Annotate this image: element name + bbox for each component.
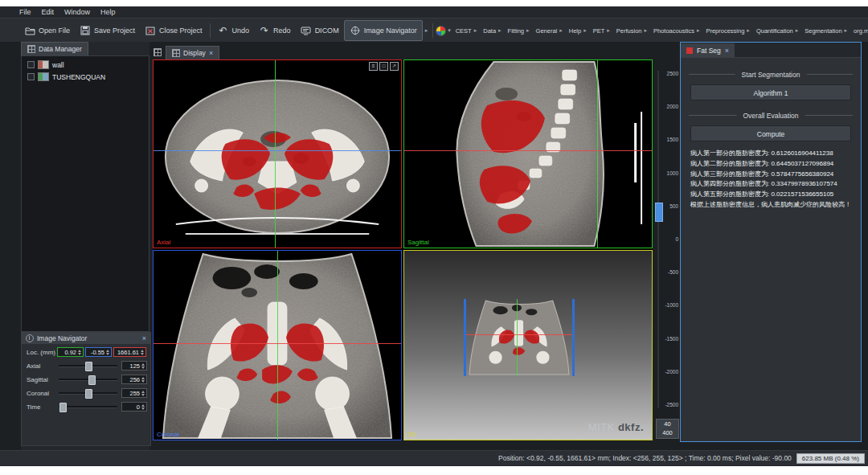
crosshair-sagittal-line[interactable]: [597, 60, 598, 248]
menu-window[interactable]: Window: [64, 8, 90, 16]
axial-slider-row: Axial 125: [27, 360, 147, 371]
view-menu-pet[interactable]: PET▸: [590, 27, 613, 35]
viewport-coronal[interactable]: Coronal: [153, 250, 402, 440]
loc-x-spinbox[interactable]: 0.92: [57, 347, 84, 357]
view-menu-fitting[interactable]: Fitting▸: [505, 27, 533, 35]
crosshair-coronal-line[interactable]: [154, 150, 401, 151]
image-navigator-button[interactable]: Image Navigator: [344, 20, 423, 41]
close-project-icon: [145, 25, 156, 36]
save-project-label: Save Project: [94, 27, 135, 35]
view-menu-example[interactable]: org.mitk.views.example...▸: [850, 27, 868, 35]
close-project-button[interactable]: Close Project: [140, 21, 207, 40]
coronal-slider[interactable]: [59, 388, 117, 398]
toolbar-overflow-icon[interactable]: ▸: [425, 27, 428, 34]
window-value[interactable]: 400: [657, 428, 678, 437]
level-value[interactable]: 40: [657, 420, 678, 428]
coronal-spinbox[interactable]: 255: [121, 388, 147, 398]
save-icon: [80, 25, 91, 36]
menu-help[interactable]: Help: [100, 8, 116, 16]
view-menu-quantification[interactable]: Quantification▸: [753, 27, 801, 35]
tab-fat-seg[interactable]: Fat Seg ×: [681, 43, 735, 57]
location-row: Loc. (mm) 0.92 -0.55 1661.61: [27, 346, 147, 358]
viewport-grid: ≡ □ ↗ Axial: [153, 59, 653, 440]
level-window-values[interactable]: 40 400: [656, 419, 679, 439]
tree-item-tushengquan[interactable]: TUSHENGQUAN: [22, 71, 149, 83]
viewport-axial[interactable]: ≡ □ ↗ Axial: [153, 59, 402, 248]
redo-button[interactable]: ↷ Redo: [254, 21, 296, 40]
close-icon[interactable]: ×: [209, 49, 213, 57]
display-editor: Display ×: [151, 42, 680, 442]
spin-arrows[interactable]: [78, 350, 81, 355]
visibility-checkbox[interactable]: [27, 73, 35, 80]
axial-spinbox[interactable]: 125: [121, 361, 147, 371]
viewport-fullscreen-icon[interactable]: ↗: [390, 62, 399, 71]
crosshair-sagittal-line[interactable]: [275, 60, 276, 248]
viewport-corner-buttons: ≡ □ ↗: [369, 62, 399, 71]
level-window-handle[interactable]: [655, 203, 663, 222]
loc-z-spinbox[interactable]: 1661.61: [113, 347, 146, 357]
chevron-right-icon: ▸: [747, 27, 750, 34]
open-file-label: Open File: [39, 27, 70, 35]
color-palette-icon[interactable]: [436, 26, 446, 36]
tab-display[interactable]: Display ×: [166, 46, 219, 59]
viewport-menu-icon[interactable]: ≡: [369, 62, 378, 71]
slider-handle[interactable]: [88, 375, 96, 385]
crosshair-sagittal-line[interactable]: [277, 251, 278, 440]
viewport-label-axial: Axial: [157, 239, 170, 246]
view-menu-data[interactable]: Data▸: [480, 27, 504, 35]
spin-arrows[interactable]: [141, 377, 145, 383]
view-menu-photoacoustics[interactable]: Photoacoustics▸: [650, 27, 702, 35]
viewport-layout-icon[interactable]: □: [379, 62, 388, 71]
view-menu-cest[interactable]: CEST▸: [452, 27, 481, 35]
close-icon[interactable]: ×: [142, 334, 146, 342]
open-file-button[interactable]: Open File: [19, 21, 75, 40]
time-slider[interactable]: [59, 402, 117, 412]
spin-arrows[interactable]: [141, 404, 145, 410]
viewport-sagittal[interactable]: Sagittal: [403, 59, 653, 248]
redo-label: Redo: [273, 27, 291, 35]
visibility-checkbox[interactable]: [27, 61, 35, 68]
overall-evaluation-group: Overall Evaluation Compute 病人第一部分的脂肪密度为:…: [689, 115, 853, 212]
crosshair-sagittal-line[interactable]: [517, 299, 518, 376]
close-icon[interactable]: ×: [725, 47, 729, 55]
crosshair-axial-line[interactable]: [154, 343, 401, 344]
save-project-button[interactable]: Save Project: [75, 21, 140, 40]
tree-item-wall[interactable]: wall: [22, 59, 149, 71]
image-navigator-titlebar[interactable]: Image Navigator ×: [22, 333, 150, 344]
crosshair-axial-line[interactable]: [404, 150, 652, 151]
compute-button[interactable]: Compute: [690, 125, 851, 141]
tab-data-manager[interactable]: Data Manager: [21, 42, 88, 55]
level-window-slider[interactable]: 2500 2000 1500 1000 500 0 -500 -1000 -15…: [654, 59, 680, 440]
sagittal-slider[interactable]: [59, 375, 117, 384]
3d-slice-plane[interactable]: [464, 299, 575, 376]
slider-handle[interactable]: [85, 389, 92, 399]
menu-file[interactable]: File: [19, 8, 31, 16]
spin-arrows[interactable]: [106, 350, 109, 355]
image-node-icon: [38, 60, 49, 69]
view-menu-general[interactable]: General▸: [533, 27, 566, 35]
spin-arrows[interactable]: [141, 350, 144, 355]
sagittal-spinbox[interactable]: 256: [121, 375, 147, 384]
spin-arrows[interactable]: [141, 363, 145, 369]
chevron-right-icon: ▸: [697, 27, 700, 34]
chevron-right-icon: ▸: [474, 27, 477, 34]
view-menu-preprocessing[interactable]: Preprocessing▸: [702, 27, 752, 35]
loc-y-spinbox[interactable]: -0.55: [85, 347, 112, 357]
menu-edit[interactable]: Edit: [42, 8, 55, 16]
toolbar-separator: [432, 23, 433, 38]
undo-button[interactable]: ↶ Undo: [213, 21, 255, 40]
spin-arrows[interactable]: [141, 391, 145, 396]
dicom-button[interactable]: DICOM: [296, 21, 344, 40]
crosshair-axial-line[interactable]: [466, 334, 572, 335]
view-menu-segmentation[interactable]: Segmentation▸: [801, 27, 850, 35]
slider-handle[interactable]: [59, 403, 67, 412]
palette-dropdown-icon[interactable]: ▾: [448, 27, 451, 34]
view-menu-perfusion[interactable]: Perfusion▸: [613, 27, 650, 35]
viewport-3d[interactable]: MITK dkfz. 3D: [403, 250, 653, 440]
fat-seg-tabbar: Fat Seg ×: [681, 43, 861, 58]
time-spinbox[interactable]: 0: [121, 402, 147, 412]
view-menu-help[interactable]: Help▸: [566, 27, 590, 35]
algorithm-1-button[interactable]: Algorithm 1: [690, 84, 851, 100]
axial-slider[interactable]: [59, 361, 117, 371]
slider-handle[interactable]: [85, 362, 92, 371]
